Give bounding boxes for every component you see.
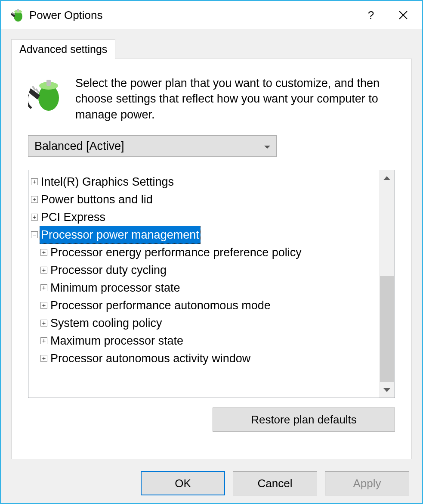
tree-item[interactable]: +Intel(R) Graphics Settings [31,173,379,190]
tree-item[interactable]: +Minimum processor state [31,279,379,296]
tab-advanced-settings[interactable]: Advanced settings [11,39,115,59]
tree-item-label: PCI Express [40,208,107,227]
settings-tree: +Intel(R) Graphics Settings+Power button… [28,170,395,398]
scroll-up-button[interactable] [379,170,395,186]
collapse-icon[interactable]: − [31,231,38,238]
expand-icon[interactable]: + [40,249,47,256]
tree-item[interactable]: +Processor duty cycling [31,261,379,279]
chevron-up-icon [383,176,390,180]
tree-item-label: Processor duty cycling [49,261,168,280]
expand-icon[interactable]: + [40,355,47,362]
tree-item[interactable]: +System cooling policy [31,314,379,332]
apply-button: Apply [325,471,409,495]
dialog-button-row: OK Cancel Apply [1,466,422,503]
tree-item[interactable]: +Processor performance autonomous mode [31,296,379,314]
power-plan-selected-label: Balanced [Active] [34,140,124,153]
tree-content: +Intel(R) Graphics Settings+Power button… [28,170,379,398]
chevron-down-icon [264,142,270,151]
tree-item[interactable]: +PCI Express [31,208,379,226]
scroll-down-button[interactable] [379,382,395,398]
battery-plug-icon [9,7,25,23]
expand-icon[interactable]: + [40,267,47,274]
tree-item[interactable]: +Processor energy performance preference… [31,243,379,261]
window-title: Power Options [29,9,103,22]
tree-item[interactable]: −Processor power management [31,226,379,243]
tree-item-label: Processor performance autonomous mode [49,296,272,315]
titlebar: Power Options ? [1,1,422,29]
power-options-dialog: Power Options ? Advanced settings [0,0,423,504]
power-plan-select[interactable]: Balanced [Active] [28,135,277,157]
close-button[interactable] [386,2,420,28]
tree-item[interactable]: +Power buttons and lid [31,190,379,208]
tree-item-label: Processor energy performance preference … [49,243,303,262]
tree-item[interactable]: +Processor autonomous activity window [31,349,379,367]
restore-row: Restore plan defaults [28,408,395,432]
expand-icon[interactable]: + [31,196,38,203]
expand-icon[interactable]: + [40,284,47,291]
tree-item-label: Intel(R) Graphics Settings [40,173,175,191]
tree-item-label: Processor power management [40,226,201,244]
tree-item-label: System cooling policy [49,314,164,333]
scroll-thumb[interactable] [380,276,394,382]
tree-item-label: Power buttons and lid [40,190,154,209]
svg-rect-2 [17,9,19,12]
ok-button[interactable]: OK [141,471,225,495]
tree-item[interactable]: +Maximum processor state [31,332,379,349]
cancel-button[interactable]: Cancel [233,471,317,495]
svg-rect-9 [46,80,51,86]
tree-item-label: Processor autonomous activity window [49,349,252,368]
expand-icon[interactable]: + [40,320,47,327]
tab-body: Select the power plan that you want to c… [11,59,412,459]
tree-item-label: Maximum processor state [49,332,185,350]
expand-icon[interactable]: + [31,178,38,185]
scrollbar[interactable] [379,170,395,398]
help-button[interactable]: ? [356,2,386,28]
tree-item-label: Minimum processor state [49,279,182,297]
intro-row: Select the power plan that you want to c… [28,75,395,122]
expand-icon[interactable]: + [40,337,47,344]
close-icon [398,10,408,20]
expand-icon[interactable]: + [31,214,38,221]
battery-plug-icon [28,77,63,112]
tab-container: Advanced settings Select the power [1,29,422,503]
scroll-track[interactable] [379,186,395,382]
expand-icon[interactable]: + [40,302,47,309]
intro-text: Select the power plan that you want to c… [75,75,395,122]
tab-strip: Advanced settings [1,38,422,59]
restore-plan-defaults-button[interactable]: Restore plan defaults [213,408,395,432]
chevron-down-icon [383,388,390,392]
